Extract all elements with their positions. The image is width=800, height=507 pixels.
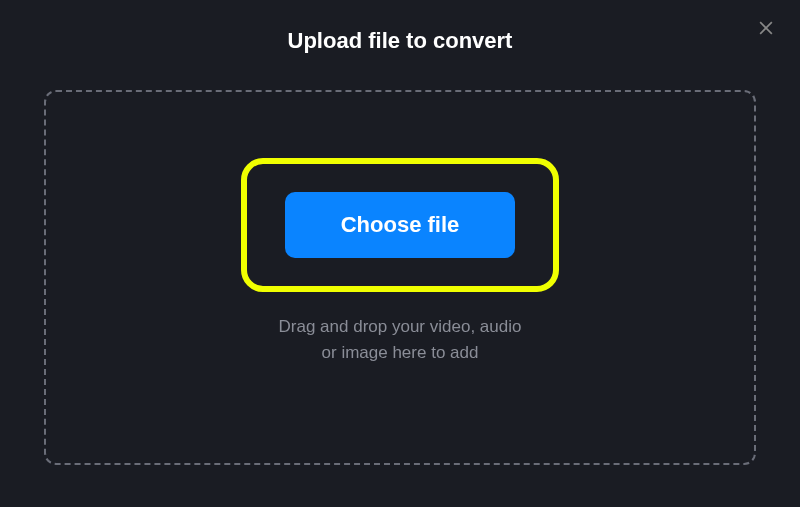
hint-line-2: or image here to add	[279, 340, 522, 366]
close-icon	[756, 18, 776, 42]
choose-file-button[interactable]: Choose file	[285, 192, 515, 258]
close-button[interactable]	[754, 18, 778, 42]
file-dropzone[interactable]: Choose file Drag and drop your video, au…	[44, 90, 756, 465]
dialog-title: Upload file to convert	[0, 0, 800, 54]
hint-line-1: Drag and drop your video, audio	[279, 314, 522, 340]
dropzone-hint: Drag and drop your video, audio or image…	[279, 314, 522, 367]
highlight-frame: Choose file	[241, 158, 559, 292]
